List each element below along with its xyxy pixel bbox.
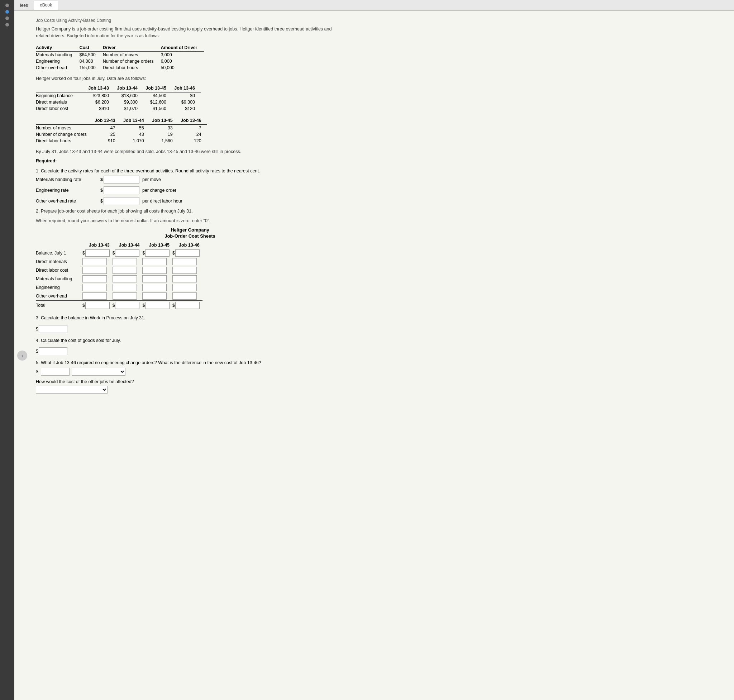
jt2-h2: Job 13-44	[121, 117, 150, 124]
cs-input-mh-3[interactable]	[142, 275, 167, 282]
sheet-title: Job-Order Cost Sheets	[36, 233, 344, 239]
sidebar-dot-3	[5, 16, 9, 20]
col-activity: Activity	[36, 44, 79, 51]
q1-rate-input-1[interactable]	[104, 176, 140, 184]
cs-input-eng-3[interactable]	[142, 284, 167, 291]
jt1-r1-v3: $4,500	[143, 92, 172, 99]
jt2-row-2: Number of change orders 25 43 19 24	[36, 131, 207, 138]
q5-how-label: How would the cost of the other jobs be …	[36, 379, 344, 384]
q4-input[interactable]	[39, 347, 68, 355]
col-cost: Cost	[79, 44, 103, 51]
jt1-r1-v1: $23,800	[86, 92, 115, 99]
cs-dollar-t1: $	[82, 303, 85, 308]
q3-dollar: $	[36, 326, 38, 332]
cs-v-balance-4: $	[172, 249, 203, 257]
act-cost-2: 84,000	[79, 58, 103, 65]
q1-rate-label-2: Engineering rate	[36, 188, 100, 193]
jt2-r3-v1: 910	[93, 138, 121, 144]
cs-input-balance-4[interactable]	[175, 250, 200, 257]
cs-input-dm-2[interactable]	[113, 258, 137, 265]
jt1-r2-l: Direct materials	[36, 99, 86, 105]
q3-label: 3. Calculate the balance in Work in Proc…	[36, 315, 344, 322]
cs-h1: Job 13-43	[82, 241, 113, 249]
cs-v-total-2: $	[113, 301, 143, 310]
q3-input[interactable]	[39, 325, 68, 333]
jt2-r2-v3: 19	[150, 131, 178, 138]
required-label: Required:	[36, 159, 344, 163]
tab-lees[interactable]: lees	[14, 1, 34, 10]
cs-h2: Job 13-44	[113, 241, 143, 249]
jt2-h3: Job 13-45	[150, 117, 178, 124]
cs-input-dlc-2[interactable]	[113, 267, 137, 274]
cs-input-dm-1[interactable]	[82, 258, 107, 265]
jt2-r3-l: Direct labor hours	[36, 138, 93, 144]
q1-dollar-3: $	[100, 199, 103, 204]
jt2-r1-l: Number of moves	[36, 124, 93, 131]
cs-input-other-4[interactable]	[172, 293, 197, 300]
cs-input-other-2[interactable]	[113, 293, 137, 300]
act-driver-1: Number of moves	[103, 51, 161, 58]
cs-row-balance: Balance, July 1 $ $	[36, 249, 203, 257]
act-amount-2: 6,000	[160, 58, 204, 65]
cs-input-dlc-1[interactable]	[82, 267, 107, 274]
tab-ebook[interactable]: eBook	[34, 1, 58, 10]
job-table-2: Job 13-43 Job 13-44 Job 13-45 Job 13-46 …	[36, 117, 207, 144]
back-arrow[interactable]: ‹	[17, 350, 27, 360]
cs-label-eng: Engineering	[36, 283, 82, 292]
act-name-1: Materials handling	[36, 51, 79, 58]
cs-input-balance-3[interactable]	[145, 250, 169, 257]
cs-input-mh-2[interactable]	[113, 275, 137, 282]
breadcrumb: Job Costs Using Activity-Based Costing	[36, 18, 344, 23]
act-amount-1: 3,000	[160, 51, 204, 58]
cs-input-total-1[interactable]	[85, 302, 110, 309]
cs-input-other-3[interactable]	[142, 293, 167, 300]
jt1-h1: Job 13-43	[86, 85, 115, 92]
cs-input-mh-4[interactable]	[172, 275, 197, 282]
cs-input-dlc-3[interactable]	[142, 267, 167, 274]
q2-label: 2. Prepare job-order cost sheets for eac…	[36, 208, 344, 215]
tab-bar: lees eBook	[14, 0, 734, 11]
q1-label: 1. Calculate the activity rates for each…	[36, 168, 344, 175]
cost-sheet-table: Job 13-43 Job 13-44 Job 13-45 Job 13-46 …	[36, 241, 203, 310]
main-area: lees eBook ‹ Job Costs Using Activity-Ba…	[14, 0, 734, 700]
cs-input-total-4[interactable]	[175, 302, 200, 309]
jt2-r2-l: Number of change orders	[36, 131, 93, 138]
q1-rate-row-1: Materials handling rate $ per move	[36, 176, 344, 184]
q5-select[interactable]: less more	[72, 368, 125, 376]
cs-input-dm-3[interactable]	[142, 258, 167, 265]
cs-dollar-b1: $	[82, 250, 85, 256]
cs-input-mh-1[interactable]	[82, 275, 107, 282]
jt2-r2-v4: 24	[178, 131, 207, 138]
jt1-r3-v1: $910	[86, 105, 115, 112]
cs-input-other-1[interactable]	[82, 293, 107, 300]
jt2-row-1: Number of moves 47 55 33 7	[36, 124, 207, 131]
page-content: Job Costs Using Activity-Based Costing H…	[32, 11, 355, 700]
jt1-h3: Job 13-45	[143, 85, 172, 92]
cs-v-total-1: $	[82, 301, 113, 310]
act-cost-3: 155,000	[79, 65, 103, 71]
jt2-r1-v2: 55	[121, 124, 150, 131]
cs-input-dlc-4[interactable]	[172, 267, 197, 274]
jt2-r1-v3: 33	[150, 124, 178, 131]
q1-rate-unit-3: per direct labor hour	[142, 199, 182, 204]
cs-input-eng-4[interactable]	[172, 284, 197, 291]
cs-label-dlc: Direct labor cost	[36, 266, 82, 275]
job-table-1: Job 13-43 Job 13-44 Job 13-45 Job 13-46 …	[36, 85, 201, 112]
q1-rate-input-3[interactable]	[104, 197, 140, 205]
cs-input-total-3[interactable]	[145, 302, 169, 309]
cs-input-balance-2[interactable]	[115, 250, 140, 257]
cs-input-balance-1[interactable]	[85, 250, 110, 257]
jt1-r1-l: Beginning balance	[36, 92, 86, 99]
jt2-r3-v3: 1,560	[150, 138, 178, 144]
cs-input-eng-2[interactable]	[113, 284, 137, 291]
cs-input-total-2[interactable]	[115, 302, 140, 309]
cs-v-balance-2: $	[113, 249, 143, 257]
cs-label-dm: Direct materials	[36, 257, 82, 266]
cs-input-eng-1[interactable]	[82, 284, 107, 291]
q1-rate-input-2[interactable]	[104, 186, 140, 194]
q5-amount-input[interactable]	[41, 368, 69, 376]
jt1-r3-v2: $1,070	[115, 105, 143, 112]
cs-input-dm-4[interactable]	[172, 258, 197, 265]
q5-how-select[interactable]: Not affected Affected	[36, 386, 107, 394]
completion-note: By July 31, Jobs 13-43 and 13-44 were co…	[36, 149, 344, 154]
